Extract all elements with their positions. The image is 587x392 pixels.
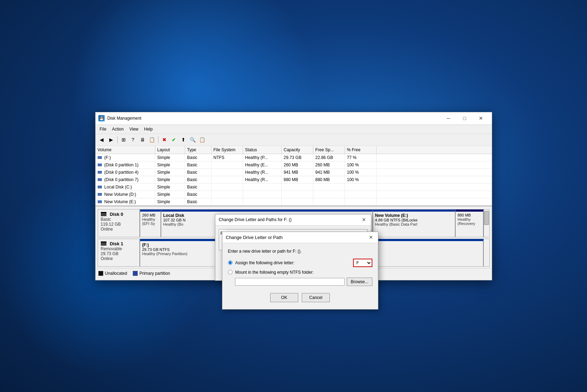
- folder-path-input[interactable]: [235, 278, 345, 286]
- cell-type-3: Basic: [185, 176, 211, 183]
- cell-type-1: Basic: [185, 161, 211, 168]
- part-efi-size: 260 MB: [142, 213, 158, 217]
- prop-button[interactable]: 📋: [148, 135, 156, 144]
- cell-fs-0: NTFS: [211, 154, 243, 161]
- menu-action[interactable]: Action: [109, 126, 126, 132]
- cell-pct-0: 77 %: [345, 154, 377, 161]
- cell-volume-3: (Disk 0 partition 7): [96, 176, 155, 183]
- scroll-thumb: [484, 211, 489, 225]
- monitor-button[interactable]: 🖥: [138, 135, 147, 144]
- cell-cap-6: [282, 198, 313, 205]
- table-row[interactable]: New Volume (E:) Simple Basic: [96, 198, 492, 206]
- disk-1-name: Disk 1: [110, 241, 123, 246]
- outer-dialog-close[interactable]: ✕: [360, 217, 367, 222]
- drive-letter-select[interactable]: F: [353, 259, 372, 267]
- radio-mount-label[interactable]: Mount in the following empty NTFS folder…: [235, 270, 372, 275]
- cell-status-5: [243, 191, 282, 198]
- part-efi-desc: Healthy (EFI Sy: [142, 217, 158, 226]
- part-e-size: 4.88 GB NTFS (BitLocke: [375, 218, 453, 222]
- cell-status-3: Healthy (R...: [243, 176, 282, 183]
- toolbar: ◀ ▶ ⊞ ? 🖥 📋 ✖ ✔ ⬆ 🔍 📋: [96, 134, 492, 146]
- outer-dialog-title: Change Drive Letter and Paths for F: () …: [215, 214, 371, 226]
- legend-box-unallocated: [98, 271, 103, 276]
- outer-dialog-title-text: Change Drive Letter and Paths for F: (): [219, 217, 292, 222]
- inner-cancel-button[interactable]: Cancel: [302, 293, 330, 302]
- up-button[interactable]: ⬆: [179, 135, 188, 144]
- app-icon: 💾: [98, 115, 105, 121]
- cell-fs-6: [211, 198, 243, 205]
- cell-layout-6: Simple: [155, 198, 185, 205]
- cell-volume-5: New Volume (D:): [96, 191, 155, 198]
- inner-dialog-title-text: Change Drive Letter or Path: [226, 235, 283, 240]
- col-header-type: Type: [185, 146, 211, 154]
- radio-assign[interactable]: [228, 260, 233, 265]
- maximize-button[interactable]: □: [457, 113, 473, 124]
- cell-layout-5: Simple: [155, 191, 185, 198]
- disk-1-status: Online: [101, 256, 137, 261]
- cell-status-0: Healthy (P...: [243, 154, 282, 161]
- col-header-layout: Layout: [155, 146, 185, 154]
- cell-pct-6: [345, 198, 377, 205]
- disk-area-scrollbar[interactable]: [484, 210, 489, 237]
- menu-view[interactable]: View: [126, 126, 141, 132]
- legend-primary: Primary partition: [133, 271, 170, 276]
- disk-0-name: Disk 0: [110, 212, 123, 217]
- cell-free-3: 880 MB: [313, 176, 345, 183]
- disk-1-type: Removable: [101, 246, 137, 251]
- cell-volume-2: (Disk 0 partition 4): [96, 169, 155, 176]
- col-header-volume: Volume: [96, 146, 155, 154]
- inner-ok-button[interactable]: OK: [270, 293, 298, 302]
- toolbar-separator-2: [158, 136, 158, 143]
- cell-pct-1: 100 %: [345, 161, 377, 168]
- cell-free-6: [313, 198, 345, 205]
- table-row[interactable]: Local Disk (C:) Simple Basic: [96, 184, 492, 191]
- table-row[interactable]: (F:) Simple Basic NTFS Healthy (P... 29.…: [96, 154, 492, 161]
- table-row[interactable]: (Disk 0 partition 1) Simple Basic Health…: [96, 161, 492, 169]
- menu-file[interactable]: File: [97, 126, 109, 132]
- forward-button[interactable]: ▶: [107, 135, 116, 144]
- disk-0-part-recovery[interactable]: 880 MB Healthy (Recovery: [456, 210, 484, 237]
- cell-cap-3: 880 MB: [282, 176, 313, 183]
- browse-button[interactable]: Browse...: [347, 278, 372, 286]
- inner-dialog-body: Enter a new drive letter or path for F: …: [222, 243, 378, 309]
- cell-volume-4: Local Disk (C:): [96, 184, 155, 191]
- table-row[interactable]: (Disk 0 partition 4) Simple Basic Health…: [96, 169, 492, 176]
- table-header: Volume Layout Type File System Status Ca…: [96, 146, 492, 154]
- cell-cap-4: [282, 184, 313, 191]
- cell-cap-0: 29.73 GB: [282, 154, 313, 161]
- minimize-button[interactable]: ─: [441, 113, 457, 124]
- grid-button[interactable]: ⊞: [119, 135, 128, 144]
- radio-assign-label[interactable]: Assign the following drive letter:: [235, 260, 350, 265]
- table-row[interactable]: New Volume (D:) Simple Basic: [96, 191, 492, 198]
- cell-pct-2: 100 %: [345, 169, 377, 176]
- inner-dialog-close[interactable]: ✕: [367, 234, 374, 240]
- cell-layout-1: Simple: [155, 161, 185, 168]
- close-button[interactable]: ✕: [473, 113, 489, 124]
- cell-type-6: Basic: [185, 198, 211, 205]
- check-button[interactable]: ✔: [170, 135, 178, 144]
- cell-free-0: 22.86 GB: [313, 154, 345, 161]
- search-button[interactable]: 🔍: [189, 135, 197, 144]
- window-controls: ─ □ ✕: [441, 113, 489, 124]
- cell-status-2: Healthy (R...: [243, 169, 282, 176]
- col-header-free: Free Sp...: [313, 146, 345, 154]
- cell-status-1: Healthy (E...: [243, 161, 282, 168]
- disk-0-part-e[interactable]: New Volume (E:) 4.88 GB NTFS (BitLocke H…: [373, 210, 456, 237]
- part-rec-desc: Healthy (Recovery: [458, 217, 481, 226]
- cell-pct-5: [345, 191, 377, 198]
- col-header-status: Status: [243, 146, 282, 154]
- help-button[interactable]: ?: [129, 135, 137, 144]
- col-header-fs: File System: [211, 146, 243, 154]
- radio-mount[interactable]: [228, 270, 233, 274]
- disk-0-type: Basic: [101, 217, 137, 222]
- back-button[interactable]: ◀: [98, 135, 106, 144]
- cell-fs-2: [211, 169, 243, 176]
- menu-help[interactable]: Help: [141, 126, 156, 132]
- col-header-cap: Capacity: [282, 146, 313, 154]
- cell-fs-3: [211, 176, 243, 183]
- disk-icon: [101, 212, 106, 216]
- disk-0-part-efi[interactable]: 260 MB Healthy (EFI Sy: [140, 210, 161, 237]
- clipboard-button[interactable]: 📋: [198, 135, 207, 144]
- table-row[interactable]: (Disk 0 partition 7) Simple Basic Health…: [96, 176, 492, 184]
- delete-button[interactable]: ✖: [160, 135, 169, 144]
